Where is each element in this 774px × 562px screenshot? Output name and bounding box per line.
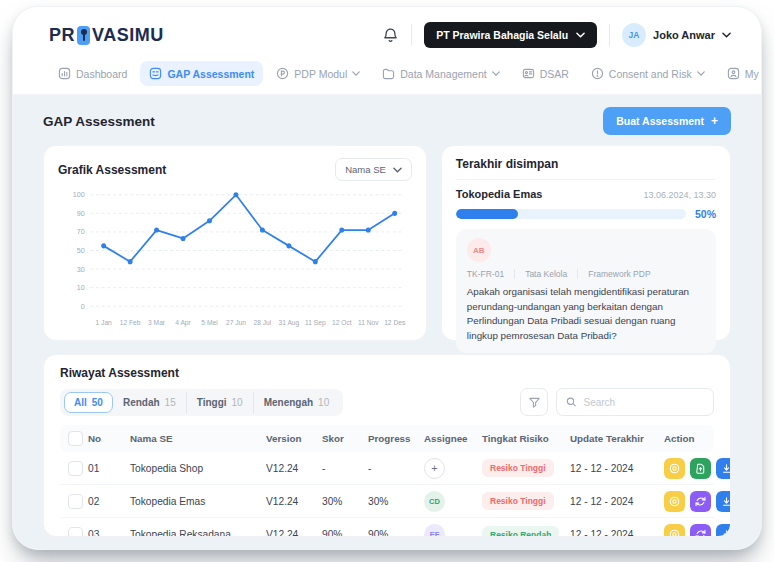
last-saved-timestamp: 13.06.2024, 13.30 — [643, 190, 716, 200]
topbar-divider-2 — [609, 24, 610, 46]
col-no: No — [88, 433, 130, 444]
table-header-row: No Nama SE Version Skor Progress Assigne… — [60, 425, 714, 452]
nav-item-consent-and-risk[interactable]: Consent and Risk — [582, 61, 714, 86]
row-actions — [664, 458, 731, 479]
folder-icon — [382, 67, 395, 80]
col-nama-se: Nama SE — [130, 433, 266, 444]
cell-updated: 12 - 12 - 2024 — [570, 496, 664, 507]
cell-version: V12.24 — [266, 529, 322, 537]
topbar-right: PT Prawira Bahagia Selalu JA Joko Anwar — [382, 22, 731, 48]
row-actions — [664, 524, 731, 537]
refresh-action-button[interactable] — [690, 491, 711, 512]
download-action-button[interactable] — [716, 458, 731, 479]
cell-no: 03 — [88, 529, 130, 537]
page-title: GAP Assessment — [43, 114, 155, 129]
question-panel: AB TK-FR-01 Tata Kelola Framework PDP Ap… — [456, 229, 716, 353]
risk-filter-group: All 50 Rendah 15 Tinggi 10 Menengah 10 — [60, 389, 343, 416]
target-action-button[interactable] — [664, 491, 685, 512]
target-action-button[interactable] — [664, 524, 685, 537]
chip-count: 10 — [232, 397, 243, 408]
history-card: Riwayat Assessment All 50 Rendah 15 Ting… — [43, 354, 731, 537]
svg-text:12 Oct: 12 Oct — [332, 319, 352, 326]
logo-text-pr: PR — [49, 25, 75, 46]
assessment-line-chart: 100907050301001 Jan12 Feb3 Mar4 Apr5 Mei… — [58, 185, 412, 332]
svg-text:31 Aug: 31 Aug — [279, 319, 300, 327]
row-checkbox[interactable] — [68, 461, 83, 476]
col-assignee: Assignee — [424, 433, 482, 444]
cell-name: Tokopedia Emas — [130, 496, 266, 507]
chevron-down-icon — [697, 71, 705, 76]
svg-text:1 Jan: 1 Jan — [96, 319, 113, 326]
company-selector[interactable]: PT Prawira Bahagia Selalu — [424, 22, 597, 48]
filter-button[interactable] — [520, 388, 548, 416]
create-assessment-button[interactable]: Buat Assessment + — [603, 107, 731, 135]
add-assignee-button[interactable]: + — [424, 458, 445, 479]
nav-label: My Privasimu — [745, 68, 762, 80]
export-file-action-button[interactable] — [690, 458, 711, 479]
nav-item-my-privasimu[interactable]: My Privasimu — [718, 61, 762, 86]
svg-text:30: 30 — [77, 264, 85, 273]
select-all-checkbox[interactable] — [68, 431, 83, 446]
keyhole-icon — [77, 26, 90, 45]
row-checkbox[interactable] — [68, 527, 83, 537]
nav-item-dsar[interactable]: DSAR — [513, 61, 578, 86]
cell-updated: 12 - 12 - 2024 — [570, 463, 664, 474]
svg-text:0: 0 — [81, 302, 85, 311]
question-text: Apakah organisasi telah mengidentifikasi… — [467, 285, 705, 344]
target-action-button[interactable] — [664, 458, 685, 479]
chart-series-select[interactable]: Nama SE — [335, 158, 412, 181]
row-checkbox[interactable] — [68, 494, 83, 509]
last-saved-card: Terakhir disimpan Tokopedia Emas 13.06.2… — [441, 145, 731, 341]
refresh-icon — [694, 495, 707, 508]
search-box — [556, 388, 714, 416]
chevron-down-icon — [576, 32, 585, 38]
chevron-down-icon — [722, 32, 731, 38]
download-icon — [720, 462, 731, 475]
filter-chip-tinggi[interactable]: Tinggi 10 — [186, 392, 253, 413]
search-input[interactable] — [583, 397, 704, 408]
nav-item-gap-assessment[interactable]: GAP Assessment — [140, 61, 263, 86]
cell-no: 02 — [88, 496, 130, 507]
last-saved-name: Tokopedia Emas — [456, 188, 543, 200]
svg-text:27 Jun: 27 Jun — [226, 319, 246, 326]
col-tingkat-risiko: Tingkat Risiko — [482, 433, 570, 444]
download-action-button[interactable] — [716, 524, 731, 537]
bell-icon — [382, 27, 399, 44]
nav-label: DSAR — [540, 68, 569, 80]
risk-badge: Resiko Tinggi — [482, 459, 554, 477]
pdp-modul-icon — [276, 67, 289, 80]
risk-badge: Resiko Rendah — [482, 526, 559, 538]
chart-card-header: Grafik Assessment Nama SE — [58, 158, 412, 181]
target-icon — [668, 495, 681, 508]
chevron-down-icon — [393, 167, 402, 173]
download-action-button[interactable] — [716, 491, 731, 512]
nav-item-pdp-modul[interactable]: PDP Modul — [267, 61, 369, 86]
cell-name: Tokopedia Shop — [130, 463, 266, 474]
col-update-terakhir: Update Terakhir — [570, 433, 664, 444]
user-menu[interactable]: JA Joko Anwar — [622, 23, 731, 47]
notification-bell-button[interactable] — [382, 27, 399, 44]
nav-label: Consent and Risk — [609, 68, 692, 80]
last-saved-row: Tokopedia Emas 13.06.2024, 13.30 — [456, 188, 716, 200]
svg-text:10: 10 — [77, 283, 85, 292]
funnel-icon — [528, 396, 541, 409]
svg-text:11 Sep: 11 Sep — [305, 319, 326, 327]
nav-item-dashboard[interactable]: Dashboard — [49, 61, 136, 86]
filter-chip-rendah[interactable]: Rendah 15 — [113, 392, 186, 413]
filter-chip-menengah[interactable]: Menengah 10 — [253, 392, 340, 413]
topbar-divider — [411, 24, 412, 46]
risk-badge: Resiko Tinggi — [482, 492, 554, 510]
file-export-icon — [694, 462, 707, 475]
target-icon — [668, 462, 681, 475]
nav-item-data-management[interactable]: Data Management — [373, 61, 508, 86]
main-nav: Dashboard GAP Assessment PDP Modul Data … — [13, 57, 761, 95]
app-window: PR VASIMU PT Prawira Bahagia Selalu JA J… — [12, 6, 762, 550]
cell-updated: 12 - 12 - 2024 — [570, 529, 664, 537]
tag-code: TK-FR-01 — [467, 269, 504, 279]
refresh-action-button[interactable] — [690, 524, 711, 537]
target-icon — [668, 528, 681, 537]
svg-text:90: 90 — [77, 209, 85, 218]
col-action: Action — [664, 433, 714, 444]
col-skor: Skor — [322, 433, 368, 444]
filter-chip-all[interactable]: All 50 — [64, 392, 113, 413]
